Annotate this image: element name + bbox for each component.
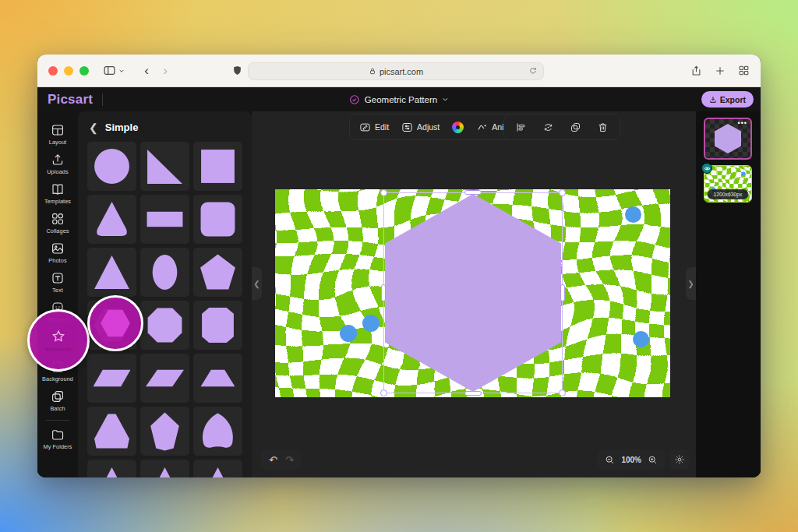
delete-icon[interactable] <box>597 122 609 133</box>
address-bar[interactable]: picsart.com <box>248 62 544 80</box>
zoom-out-icon[interactable] <box>605 455 615 465</box>
sidebar-item-templates[interactable]: Templates <box>39 180 76 206</box>
rotate-flip-icon[interactable] <box>542 122 554 133</box>
shape-tile-circle[interactable] <box>87 142 136 191</box>
adjust-icon <box>401 122 413 133</box>
shape-tile-reuleaux[interactable] <box>193 407 242 456</box>
duplicate-icon[interactable] <box>570 122 581 133</box>
photos-icon <box>51 241 65 255</box>
browser-window: ‹ › picsart.com P <box>37 55 761 477</box>
shapes-panel: ❮ Simple <box>78 111 252 477</box>
star-icon <box>51 329 66 344</box>
sidebar-item-layout[interactable]: Layout <box>39 121 76 147</box>
shape-tile-truncated-triangle[interactable] <box>87 407 136 456</box>
shape-tile-octagon[interactable] <box>140 301 189 350</box>
sidebar-toggle-icon[interactable] <box>103 64 116 77</box>
shape-tile-pentagon[interactable] <box>193 248 242 297</box>
my-folders-icon <box>51 428 65 442</box>
arrange-toolbar <box>503 114 620 140</box>
redo-icon[interactable]: ↷ <box>285 454 294 466</box>
document-title-chip[interactable]: Geometric Pattern <box>349 94 449 105</box>
maximize-window-icon[interactable] <box>79 66 89 76</box>
annotation-circle-elements: Elements <box>27 309 90 372</box>
blue-dot <box>633 331 649 347</box>
sidebar-item-my-folders[interactable]: My Folders <box>39 425 76 452</box>
shape-tile-parallelogram-b[interactable] <box>140 354 189 403</box>
templates-icon <box>51 182 65 196</box>
shape-tile-triangle[interactable] <box>87 248 136 297</box>
export-button[interactable]: Export <box>701 91 754 107</box>
blue-dot <box>625 206 641 223</box>
resize-handle-n[interactable] <box>464 190 482 195</box>
shape-tile-trapezoid[interactable] <box>193 354 242 403</box>
color-button[interactable] <box>452 122 464 133</box>
sidebar-item-label: Uploads <box>47 168 68 175</box>
resize-handle-w[interactable] <box>381 284 386 301</box>
shape-tile-triangle[interactable] <box>87 460 136 477</box>
resize-handle-sw[interactable] <box>380 389 387 396</box>
shape-tile-rounded-square[interactable] <box>193 195 242 244</box>
shape-tile-gem[interactable] <box>140 407 189 456</box>
resize-handle-nw[interactable] <box>380 189 387 196</box>
shape-tile-octagon-tall[interactable] <box>193 301 242 350</box>
sidebar-item-label: My Folders <box>43 443 72 450</box>
new-tab-icon[interactable] <box>715 65 726 76</box>
zoom-in-icon[interactable] <box>648 455 658 465</box>
collapse-panel-icon[interactable]: ❮ <box>252 267 262 300</box>
title-chevron-down-icon <box>442 96 449 103</box>
align-icon[interactable] <box>515 122 527 133</box>
adjust-button[interactable]: Adjust <box>401 122 440 133</box>
layer-thumb-background[interactable]: 1200x630px <box>704 165 752 203</box>
color-wheel-icon <box>452 122 464 133</box>
sidebar-item-uploads[interactable]: Uploads <box>39 150 76 177</box>
batch-icon <box>51 389 65 403</box>
shape-tile-triangle[interactable] <box>193 460 242 477</box>
privacy-shield-icon[interactable] <box>232 65 242 76</box>
panel-back-icon[interactable]: ❮ <box>89 122 98 133</box>
resize-handle-e[interactable] <box>560 284 565 301</box>
shape-tile-triangle[interactable] <box>140 460 189 477</box>
shape-tile-parallelogram-a[interactable] <box>87 354 136 403</box>
download-icon <box>709 96 717 104</box>
design-canvas[interactable] <box>275 189 670 397</box>
sidebar-item-label: Templates <box>44 198 71 205</box>
blue-dot <box>362 315 380 332</box>
shape-tile-right-triangle[interactable] <box>140 142 189 191</box>
sidebar-item-label: Collages <box>46 227 69 234</box>
resize-handle-s[interactable] <box>464 391 482 396</box>
sidebar-item-collages[interactable]: Collages <box>39 210 76 236</box>
share-icon[interactable] <box>690 65 702 77</box>
shape-tile-ellipse[interactable] <box>140 248 189 297</box>
sidebar-item-batch[interactable]: Batch <box>39 387 76 414</box>
settings-gear-icon[interactable] <box>669 449 690 470</box>
sidebar-item-text[interactable]: Text <box>39 269 76 295</box>
undo-icon[interactable]: ↶ <box>269 454 277 466</box>
shape-tile-rectangle[interactable] <box>140 195 189 244</box>
back-icon[interactable]: ‹ <box>137 63 156 79</box>
resize-handle-se[interactable] <box>559 389 566 396</box>
minimize-window-icon[interactable] <box>64 66 73 76</box>
sidebar-item-label: Photos <box>48 257 66 264</box>
sidebar-item-label: Background <box>42 375 73 382</box>
refresh-icon[interactable] <box>528 66 538 76</box>
picsart-logo[interactable]: Picsart <box>48 92 93 107</box>
edit-icon <box>359 122 371 133</box>
close-window-icon[interactable] <box>48 66 58 76</box>
shape-tile-cone[interactable] <box>87 195 136 244</box>
selection-box <box>383 192 563 393</box>
edit-button[interactable]: Edit <box>359 122 389 133</box>
cloud-saved-icon <box>349 94 360 105</box>
browser-chrome: ‹ › picsart.com <box>37 55 761 87</box>
resize-handle-ne[interactable] <box>559 189 566 196</box>
sidebar-item-photos[interactable]: Photos <box>39 239 76 266</box>
hexagon-highlight-shape <box>97 307 133 340</box>
tab-overview-icon[interactable] <box>738 65 750 76</box>
layer-menu-icon[interactable]: ••• <box>738 119 747 127</box>
chevron-down-icon[interactable] <box>118 68 125 74</box>
expand-panel-icon[interactable]: ❯ <box>686 267 696 300</box>
forward-icon[interactable]: › <box>156 63 175 79</box>
layer-visibility-icon[interactable] <box>701 163 712 174</box>
shape-tile-square[interactable] <box>193 142 242 191</box>
layer-thumb-hexagon[interactable]: ••• <box>704 118 752 160</box>
layout-icon <box>51 123 65 137</box>
